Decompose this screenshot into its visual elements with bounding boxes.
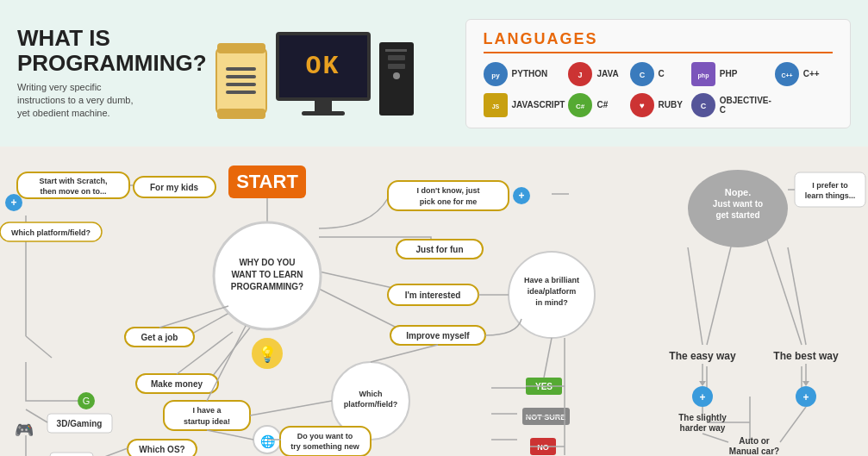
svg-text:I don't know, just: I don't know, just	[417, 186, 480, 195]
svg-text:C#: C#	[576, 102, 585, 109]
tower-button	[393, 72, 400, 79]
svg-text:platform/field?: platform/field?	[344, 400, 398, 409]
ruby-label: RUBY	[659, 100, 683, 109]
svg-text:💡: 💡	[258, 345, 278, 364]
svg-text:C: C	[639, 70, 645, 78]
scroll-icon	[215, 47, 267, 116]
lang-csharp: C# C#	[568, 93, 626, 117]
c-icon: C	[630, 62, 654, 86]
scroll-line-2	[226, 75, 256, 78]
subtitle: Writing very specific instructions to a …	[17, 81, 207, 121]
scroll-line-1	[226, 67, 256, 71]
lang-php: php PHP	[691, 62, 771, 86]
lang-c: C C	[630, 62, 688, 86]
objc-label: OBJECTIVE-C	[720, 96, 771, 115]
svg-text:Just want to: Just want to	[713, 199, 763, 209]
svg-text:Manual car?: Manual car?	[729, 447, 779, 456]
title-area: WHAT IS PROGRAMMING? Writing very specif…	[17, 26, 207, 120]
svg-text:Have a brilliant: Have a brilliant	[524, 276, 579, 284]
lang-javascript: JS JAVASCRIPT	[484, 93, 565, 117]
svg-point-101	[688, 170, 788, 247]
svg-text:startup idea!: startup idea!	[184, 417, 230, 426]
computer-illustration: OK	[215, 32, 414, 116]
svg-text:The easy way: The easy way	[669, 350, 736, 362]
lang-objc: C OBJECTIVE-C	[691, 93, 771, 117]
start-label: START	[236, 171, 298, 192]
svg-text:Which platform/field?: Which platform/field?	[11, 228, 91, 237]
svg-text:Start with Scratch,: Start with Scratch,	[39, 177, 107, 185]
svg-text:NOT SURE: NOT SURE	[526, 413, 566, 422]
svg-rect-105	[795, 172, 865, 207]
svg-text:in mind?: in mind?	[535, 298, 568, 307]
objc-icon: C	[691, 93, 715, 117]
c-label: C	[659, 69, 665, 78]
svg-text:I have a: I have a	[192, 406, 222, 415]
python-label: PYTHON	[512, 69, 548, 78]
svg-text:🎮: 🎮	[15, 421, 34, 440]
lang-ruby: ♥ RUBY	[630, 93, 688, 117]
svg-text:harder way: harder way	[680, 423, 726, 433]
scroll-line-3	[226, 83, 256, 86]
svg-text:Which: Which	[359, 390, 383, 398]
javascript-icon: JS	[484, 93, 508, 117]
svg-text:get started: get started	[715, 210, 759, 220]
svg-text:🌐: 🌐	[260, 434, 276, 449]
php-label: PHP	[720, 69, 738, 78]
svg-text:JS: JS	[491, 103, 499, 109]
python-icon: py	[484, 62, 508, 86]
svg-text:pick one for me: pick one for me	[420, 197, 478, 206]
javascript-label: JAVASCRIPT	[512, 100, 565, 109]
for-my-kids-label: For my kids	[150, 183, 199, 192]
cpp-label: C++	[803, 69, 820, 78]
svg-text:PROGRAMMING?: PROGRAMMING?	[231, 282, 303, 291]
monitor: OK	[276, 32, 371, 116]
svg-text:I'm interested: I'm interested	[405, 290, 461, 300]
svg-text:Do you want to: Do you want to	[297, 432, 353, 440]
lang-python: py PYTHON	[484, 62, 565, 86]
flowchart-svg: START For my kids Start with Scratch, th…	[0, 147, 868, 456]
monitor-base	[302, 111, 345, 116]
svg-text:+: +	[10, 197, 16, 209]
monitor-stand	[315, 101, 332, 111]
ok-text: OK	[306, 52, 340, 81]
lang-cpp: C++ C++	[775, 62, 833, 86]
svg-text:♥: ♥	[640, 100, 645, 109]
svg-text:+: +	[518, 190, 524, 202]
svg-text:try something new: try something new	[290, 442, 360, 451]
svg-text:learn things...: learn things...	[805, 191, 856, 200]
flowchart-section: START For my kids Start with Scratch, th…	[0, 147, 868, 456]
svg-rect-80	[50, 453, 93, 456]
top-section: WHAT IS PROGRAMMING? Writing very specif…	[0, 0, 868, 147]
java-icon: J	[568, 62, 592, 86]
svg-text:then move on to...: then move on to...	[40, 187, 106, 196]
svg-text:Make money: Make money	[151, 379, 203, 389]
lang-java: J JAVA	[568, 62, 626, 86]
ruby-icon: ♥	[630, 93, 654, 117]
svg-text:php: php	[697, 72, 709, 78]
languages-title: LANGUAGES	[484, 30, 833, 53]
svg-text:The slightly: The slightly	[678, 413, 727, 422]
tower-slot-1	[388, 55, 405, 60]
svg-text:Get a job: Get a job	[141, 333, 178, 342]
languages-box: LANGUAGES py PYTHON J JAVA C	[465, 19, 851, 128]
csharp-label: C#	[596, 100, 608, 109]
svg-text:Which OS?: Which OS?	[139, 445, 184, 454]
svg-text:3D/Gaming: 3D/Gaming	[57, 419, 103, 428]
svg-text:py: py	[491, 71, 500, 78]
svg-text:WANT TO LEARN: WANT TO LEARN	[231, 270, 303, 279]
svg-text:J: J	[578, 70, 583, 78]
main-title: WHAT IS PROGRAMMING?	[17, 26, 207, 75]
svg-text:The best way: The best way	[773, 350, 839, 362]
svg-text:Auto or: Auto or	[739, 436, 770, 446]
svg-text:+: +	[699, 391, 705, 403]
svg-text:G: G	[83, 396, 91, 406]
tower-slot-2	[388, 64, 405, 69]
languages-grid: py PYTHON J JAVA C C php	[484, 62, 833, 117]
csharp-icon: C#	[568, 93, 592, 117]
monitor-screen: OK	[276, 32, 371, 101]
computer-tower	[379, 42, 414, 116]
cpp-icon: C++	[775, 62, 799, 86]
svg-text:C++: C++	[781, 72, 792, 78]
php-icon: php	[691, 62, 715, 86]
svg-text:C: C	[701, 101, 707, 109]
